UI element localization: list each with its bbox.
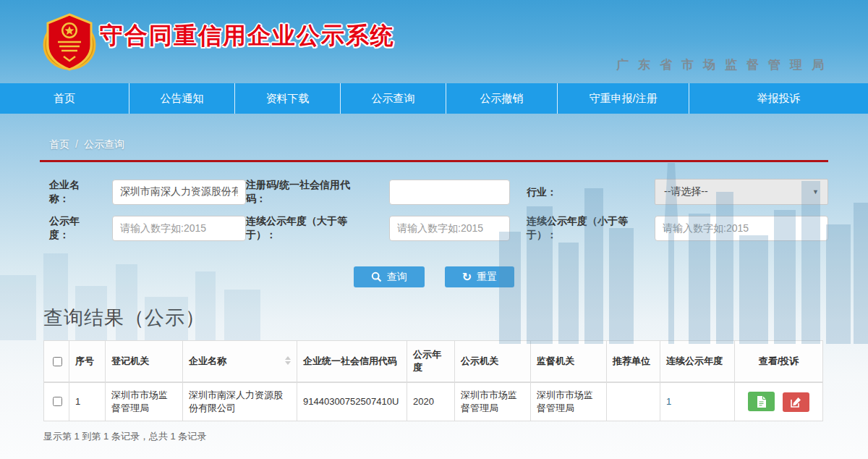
- credit-code-label: 注册码/统一社会信用代码：: [246, 178, 369, 206]
- publish-year-input[interactable]: [112, 216, 246, 241]
- company-name-input[interactable]: [112, 180, 246, 205]
- results-table: 序号 登记机关 企业名称 企业统一社会信用代码 公示年度 公示机关 监督机关 推…: [43, 340, 823, 421]
- breadcrumb: 首页/公示查询: [0, 114, 868, 151]
- years-ge-label: 连续公示年度（大于等于）：: [246, 214, 369, 242]
- col-recommend-unit: 推荐单位: [607, 341, 660, 383]
- form-row-1: 企业名称： 注册码/统一社会信用代码： 行业： --请选择-- ▼: [49, 178, 868, 206]
- reset-button[interactable]: ↻ 重置: [445, 266, 514, 287]
- cell-consecutive-years: 1: [660, 382, 735, 421]
- breadcrumb-separator: /: [75, 138, 78, 150]
- table-row: 1 深圳市市场监督管理局 深圳市南深人力资源股份有限公司 91440300752…: [44, 382, 823, 421]
- reset-icon: ↻: [462, 271, 472, 283]
- company-name-label: 企业名称：: [49, 178, 112, 206]
- breadcrumb-home-link[interactable]: 首页: [49, 138, 69, 150]
- col-consecutive-years: 连续公示年度: [660, 341, 735, 383]
- credit-code-input[interactable]: [389, 180, 510, 205]
- cell-recommend-unit: [607, 382, 660, 421]
- breadcrumb-current: 公示查询: [84, 138, 124, 150]
- cell-company-name: 深圳市南深人力资源股份有限公司: [183, 382, 297, 421]
- col-publish-year: 公示年度: [407, 341, 455, 383]
- complaint-button[interactable]: [783, 392, 809, 412]
- form-buttons: 查询 ↻ 重置: [0, 266, 868, 287]
- sort-icon[interactable]: [285, 356, 291, 365]
- col-actions: 查看/投诉: [735, 341, 823, 383]
- page: 守合同重信用企业公示系统 广东省市场监督管理局 首页 公告通知 资料下载 公示查…: [0, 0, 868, 459]
- results-title: 查询结果（公示）: [43, 305, 868, 331]
- cell-registration-org: 深圳市市场监督管理局: [106, 382, 183, 421]
- nav-item-downloads[interactable]: 资料下载: [234, 83, 340, 114]
- search-icon: [371, 271, 382, 282]
- cell-publish-org: 深圳市市场监督管理局: [455, 382, 531, 421]
- col-supervise-org: 监督机关: [531, 341, 607, 383]
- pagination-summary: 显示第 1 到第 1 条记录，总共 1 条记录: [43, 430, 868, 443]
- industry-select[interactable]: --请选择-- ▼: [655, 179, 828, 205]
- org-name: 广东省市场监督管理局: [616, 56, 833, 73]
- select-all-checkbox[interactable]: [53, 357, 62, 366]
- main-nav: 首页 公告通知 资料下载 公示查询 公示撤销 守重申报/注册 举报投诉: [0, 83, 868, 114]
- query-button[interactable]: 查询: [354, 266, 425, 287]
- col-seq: 序号: [69, 341, 106, 383]
- row-checkbox[interactable]: [53, 397, 62, 406]
- view-button[interactable]: [748, 392, 775, 411]
- nav-item-report-complaint[interactable]: 举报投诉: [689, 83, 868, 114]
- search-form: 企业名称： 注册码/统一社会信用代码： 行业： --请选择-- ▼ 公示年度： …: [0, 162, 868, 242]
- nav-item-public-query[interactable]: 公示查询: [340, 83, 446, 114]
- col-publish-org: 公示机关: [455, 341, 531, 383]
- cell-seq: 1: [69, 382, 106, 421]
- cell-credit-code: 91440300752507410U: [297, 382, 407, 421]
- col-credit-code: 企业统一社会信用代码: [297, 341, 407, 383]
- industry-selected-value: --请选择--: [664, 185, 708, 198]
- file-icon: [757, 396, 766, 408]
- nav-item-public-revoke[interactable]: 公示撤销: [446, 83, 557, 114]
- emblem-logo-icon: [42, 9, 97, 75]
- site-title: 守合同重信用企业公示系统: [100, 20, 395, 52]
- years-le-input[interactable]: [655, 216, 828, 241]
- publish-year-label: 公示年度：: [49, 214, 112, 242]
- nav-item-apply-register[interactable]: 守重申报/注册: [557, 83, 689, 114]
- form-row-2: 公示年度： 连续公示年度（大于等于）： 连续公示年度（小于等于）：: [49, 214, 868, 242]
- years-le-label: 连续公示年度（小于等于）：: [527, 214, 644, 242]
- cell-publish-year: 2020: [407, 382, 455, 421]
- col-company-name[interactable]: 企业名称: [183, 341, 297, 383]
- chevron-down-icon: ▼: [812, 188, 819, 195]
- nav-item-notices[interactable]: 公告通知: [129, 83, 234, 114]
- site-header: 守合同重信用企业公示系统 广东省市场监督管理局: [0, 0, 868, 83]
- nav-item-home[interactable]: 首页: [0, 83, 129, 114]
- col-registration-org: 登记机关: [106, 341, 183, 383]
- cell-supervise-org: 深圳市市场监督管理局: [531, 382, 607, 421]
- table-header-row: 序号 登记机关 企业名称 企业统一社会信用代码 公示年度 公示机关 监督机关 推…: [44, 341, 823, 383]
- years-ge-input[interactable]: [389, 216, 510, 241]
- industry-label: 行业：: [527, 185, 644, 199]
- edit-icon: [791, 397, 801, 408]
